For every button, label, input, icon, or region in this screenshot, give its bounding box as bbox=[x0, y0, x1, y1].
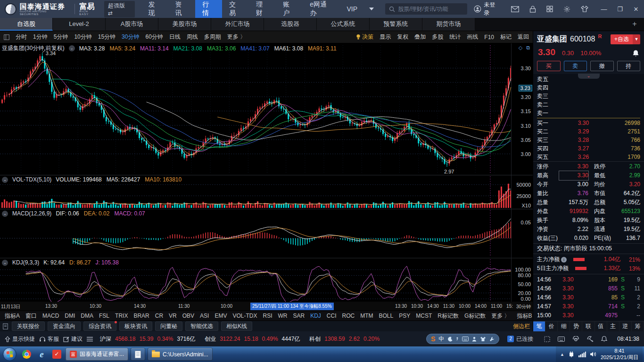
indicator-tab-OBV[interactable]: OBV bbox=[180, 311, 197, 321]
main-chart-panel[interactable]: 亚盛集团(30分钟,前复权) ⌄ MA3: 3.28MA5: 3.24MA11:… bbox=[0, 43, 533, 175]
volume-panel[interactable]: ⌄ VOL-TDX(5,10) VOLUME: 199468MA5: 22642… bbox=[0, 175, 533, 209]
market-tab-Level-2[interactable]: Level-2 bbox=[53, 18, 106, 31]
market-tab-预警系统[interactable]: 预警系统 bbox=[370, 18, 422, 31]
info-tab-资金流向[interactable]: 资金流向 bbox=[48, 321, 81, 331]
ask-row[interactable]: 卖二 bbox=[537, 100, 640, 109]
tool-统计[interactable]: 统计 bbox=[449, 33, 461, 41]
market-tab-美股市场[interactable]: 美股市场 bbox=[158, 18, 211, 31]
punctuation-icon[interactable] bbox=[456, 337, 459, 342]
skin-shirt-icon[interactable] bbox=[480, 337, 486, 342]
apps-grid-icon[interactable] bbox=[546, 6, 553, 12]
ask-row[interactable]: 卖一 bbox=[537, 109, 640, 117]
satellite-icon[interactable] bbox=[587, 336, 594, 342]
indicator-tab-ROC[interactable]: ROC bbox=[339, 311, 358, 321]
menu-item-行情[interactable]: 行情 bbox=[195, 0, 222, 18]
camera-dome-icon[interactable] bbox=[572, 336, 579, 342]
tick-tab-势[interactable]: 势 bbox=[570, 321, 582, 331]
notify-bell-icon[interactable] bbox=[601, 336, 607, 342]
window-layout-icon[interactable]: ⧉ bbox=[526, 45, 530, 51]
support-button[interactable]: 客服 bbox=[39, 335, 59, 343]
restore-button[interactable]: ❐ bbox=[612, 6, 628, 13]
indicator-tab-R标记数[interactable]: R标记数 bbox=[435, 311, 462, 321]
tick-tab-联[interactable]: 联 bbox=[582, 321, 594, 331]
edition-switch[interactable]: 超强版 ⇄ bbox=[104, 1, 135, 17]
indicator-tab-MCST[interactable]: MCST bbox=[413, 311, 435, 321]
market-tab-外汇市场[interactable]: 外汇市场 bbox=[211, 18, 264, 31]
menu-item-账户[interactable]: 账户 bbox=[276, 0, 303, 18]
period-5分钟[interactable]: 5分钟 bbox=[54, 33, 68, 41]
indicator-tab-G标记数[interactable]: G标记数 bbox=[462, 311, 488, 321]
add-watchlist-caret[interactable]: ▼ bbox=[633, 34, 640, 44]
sidebar-toggle-button[interactable]: 侧边栏 bbox=[513, 322, 530, 330]
add-watchlist-button[interactable]: +自选 bbox=[611, 34, 633, 44]
period-60分钟[interactable]: 60分钟 bbox=[145, 33, 163, 41]
indicator-tab-窗口[interactable]: 窗口 bbox=[23, 311, 40, 321]
theme-shirt-icon[interactable] bbox=[581, 6, 588, 12]
ask-row[interactable]: 卖三 bbox=[537, 92, 640, 100]
mail-icon[interactable] bbox=[511, 6, 519, 12]
bid-row[interactable]: 买三3.28766 bbox=[537, 136, 640, 144]
collapse-icon[interactable]: ⌄ bbox=[69, 45, 75, 51]
start-button[interactable] bbox=[3, 347, 17, 361]
indicator-tab-WR[interactable]: WR bbox=[275, 311, 290, 321]
ime-toolbar[interactable]: S 中 bbox=[426, 334, 499, 344]
tray-clock[interactable]: 8:41 2025/12/21/周日 bbox=[601, 348, 638, 361]
tick-tab-筹[interactable]: 筹 bbox=[632, 321, 644, 331]
taskbar-window-国泰海通[interactable]: 富国泰海通证券富... bbox=[66, 348, 128, 361]
app-launcher-red-icon[interactable]: ✓ bbox=[50, 348, 63, 361]
close-button[interactable]: ✕ bbox=[628, 6, 644, 13]
action-买-button[interactable]: 买 bbox=[537, 61, 561, 71]
taskbar-window[interactable] bbox=[131, 348, 145, 361]
menu-item-交易[interactable]: 交易 bbox=[222, 0, 249, 18]
indicator-tab-RSI[interactable]: RSI bbox=[260, 311, 275, 321]
indicator-tab-更多 〉[interactable]: 更多 〉 bbox=[488, 311, 512, 321]
tool-复权[interactable]: 复权 bbox=[397, 33, 408, 41]
indicator-tab-DMI[interactable]: DMI bbox=[62, 311, 78, 321]
indicator-tab-MTM[interactable]: MTM bbox=[357, 311, 376, 321]
period-更多 〉[interactable]: 更多 〉 bbox=[227, 33, 246, 41]
tick-row[interactable]: 14:573.30714S2 bbox=[537, 302, 640, 311]
search-input[interactable]: 股票/理财/资讯/功能 bbox=[385, 3, 467, 15]
tool-返回[interactable]: 返回 bbox=[518, 33, 529, 41]
menu-item-VIP[interactable]: VIP bbox=[340, 0, 365, 18]
indicator-tab-指标A[interactable]: 指标A bbox=[2, 311, 23, 321]
menu-more-button[interactable] bbox=[364, 8, 379, 10]
collapse-book-button[interactable]: ⌄ bbox=[578, 74, 600, 79]
info-tab-关联报价[interactable]: 关联报价 bbox=[12, 321, 45, 331]
info-tab-问董秘[interactable]: 问董秘 bbox=[155, 321, 182, 331]
collapse-icon[interactable]: ⌄ bbox=[2, 260, 8, 266]
market-tab-公式系统[interactable]: 公式系统 bbox=[317, 18, 370, 31]
connection-status[interactable]: 2 已连接 bbox=[507, 335, 533, 343]
market-tab-选股器[interactable]: 选股器 bbox=[264, 18, 317, 31]
chrome-launcher-icon[interactable] bbox=[20, 348, 33, 361]
bid-row[interactable]: 买二3.292751 bbox=[537, 127, 640, 136]
indicator-tab-BOLL[interactable]: BOLL bbox=[376, 311, 396, 321]
market-tab-期货市场[interactable]: 期货市场 bbox=[422, 18, 475, 31]
kdj-panel[interactable]: ⌄ KDJ(9,3,3) K: 92.64D: 86.27J: 105.38 1… bbox=[0, 258, 533, 302]
keyboard-icon[interactable] bbox=[462, 337, 469, 341]
snip-icon[interactable] bbox=[544, 336, 550, 342]
feedback-button[interactable]: 建议 bbox=[63, 335, 83, 343]
period-周线[interactable]: 周线 bbox=[187, 33, 198, 41]
period-日线[interactable]: 日线 bbox=[169, 33, 181, 41]
tool-F10[interactable]: F10 bbox=[484, 34, 494, 41]
tick-row[interactable]: 15:003.304975-- bbox=[537, 311, 640, 320]
tick-tab-值[interactable]: 值 bbox=[595, 321, 607, 331]
menu-item-e网通办[interactable]: e网通办 bbox=[303, 0, 339, 18]
indicator-tab-CCI[interactable]: CCI bbox=[324, 311, 339, 321]
volume-speaker-icon[interactable] bbox=[590, 351, 597, 357]
indicator-tab-TRIX[interactable]: TRIX bbox=[112, 311, 131, 321]
info-tab-板块资讯[interactable]: 板块资讯 bbox=[119, 321, 152, 331]
tick-row[interactable]: 14:563.30855S11 bbox=[537, 284, 640, 293]
macd-panel[interactable]: ⌄ MACD(12,26,9) DIF: 0.06DEA: 0.02MACD: … bbox=[0, 209, 533, 258]
tick-tab-主[interactable]: 主 bbox=[607, 321, 619, 331]
browser-launcher-icon[interactable]: e bbox=[35, 348, 48, 361]
indicator-tab-VR[interactable]: VR bbox=[166, 311, 180, 321]
settings-gear-icon[interactable] bbox=[563, 6, 570, 13]
login-button[interactable]: 未登录 bbox=[474, 1, 501, 17]
collapse-icon[interactable]: ⌄ bbox=[2, 211, 8, 217]
keyboard-tray-icon[interactable] bbox=[558, 337, 565, 342]
tick-row[interactable]: 14:563.30169S9 bbox=[537, 275, 640, 284]
period-10分钟[interactable]: 10分钟 bbox=[74, 33, 91, 41]
tool-画线[interactable]: 画线 bbox=[467, 33, 478, 41]
